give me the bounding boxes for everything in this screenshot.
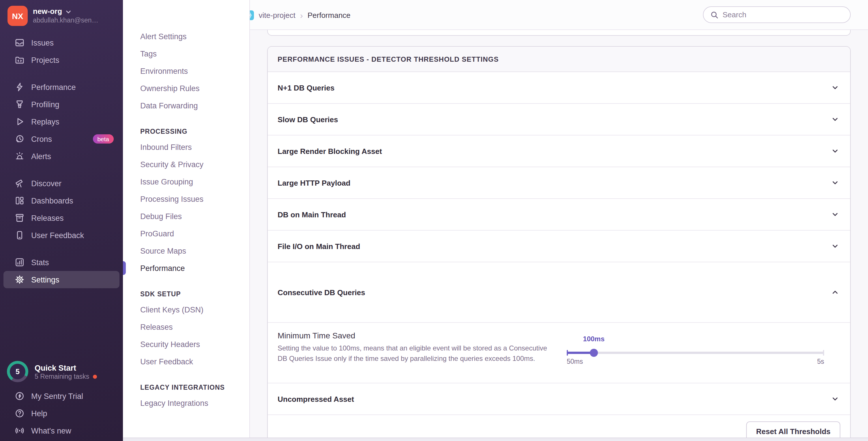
search-icon — [710, 11, 718, 19]
gear-icon — [14, 274, 25, 285]
nav-item-security-headers[interactable]: Security Headers — [123, 336, 249, 353]
quick-start-title: Quick Start — [35, 363, 97, 373]
sidebar-item-alerts[interactable]: Alerts — [3, 147, 120, 165]
detector-row-uncompressed-asset[interactable]: Uncompressed Asset — [268, 383, 850, 415]
chevron-down-icon[interactable] — [831, 83, 839, 92]
quick-start-progress-ring: 5 — [7, 361, 28, 382]
org-avatar: NX — [7, 6, 28, 26]
chevron-down-icon[interactable] — [831, 147, 839, 155]
detector-row-file-io-on-main-thread[interactable]: File I/O on Main Thread — [268, 231, 850, 262]
chevron-down-icon[interactable] — [831, 210, 839, 218]
telescope-icon — [14, 178, 25, 189]
nav-section-processing: PROCESSING — [123, 122, 249, 138]
detector-row-n1-db-queries[interactable]: N+1 DB Queries — [268, 72, 850, 104]
search-box[interactable] — [703, 6, 851, 23]
quick-start-subtitle: 5 Remaining tasks — [35, 373, 89, 380]
consecutive-db-queries-settings: Minimum Time Saved Setting the value to … — [268, 323, 850, 383]
previous-panel-edge — [267, 30, 851, 36]
nav-item-issue-grouping[interactable]: Issue Grouping — [123, 173, 249, 190]
quick-start-count: 5 — [10, 364, 25, 379]
chevron-down-icon[interactable] — [831, 179, 839, 187]
sidebar-item-discover[interactable]: Discover — [3, 175, 120, 192]
inbox-icon — [14, 37, 25, 48]
nav-item-ownership-rules[interactable]: Ownership Rules — [123, 79, 249, 97]
chevron-down-icon[interactable] — [831, 242, 839, 250]
threshold-setting-title: Minimum Time Saved — [278, 330, 554, 341]
slider-thumb[interactable] — [590, 349, 598, 357]
breadcrumb-project[interactable]: vite-project — [259, 11, 296, 19]
nav-item-security-privacy[interactable]: Security & Privacy — [123, 156, 249, 173]
sidebar-item-dashboards[interactable]: Dashboards — [3, 192, 120, 209]
clock-icon — [14, 134, 25, 144]
sidebar-item-user-feedback[interactable]: User Feedback — [3, 227, 120, 244]
quick-start[interactable]: 5 Quick Start 5 Remaining tasks — [0, 361, 123, 382]
chevron-down-icon[interactable] — [831, 115, 839, 123]
sidebar-item-my-sentry-trial[interactable]: My Sentry Trial — [3, 387, 120, 405]
nav-item-inbound-filters[interactable]: Inbound Filters — [123, 138, 249, 156]
chevron-up-icon[interactable] — [831, 288, 839, 296]
bolt-circle-icon — [14, 391, 25, 401]
play-icon — [14, 116, 25, 127]
breadcrumb-current[interactable]: Performance — [308, 11, 351, 19]
nav-item-debug-files[interactable]: Debug Files — [123, 207, 249, 225]
nav-item-user-feedback[interactable]: User Feedback — [123, 353, 249, 370]
slider-min-label: 50ms — [567, 358, 583, 365]
sidebar-item-releases[interactable]: Releases — [3, 209, 120, 227]
sentry-settings-app: NX new-org abdullah.khan@sen… Issues Pro… — [0, 0, 868, 441]
stats-icon — [14, 257, 25, 268]
alert-dot — [93, 374, 97, 378]
archive-icon — [14, 213, 25, 223]
chevron-down-icon[interactable] — [831, 395, 839, 403]
panel-footer: Reset All Thresholds — [268, 415, 850, 441]
settings-secondary-nav: Alert Settings Tags Environments Ownersh… — [123, 0, 250, 441]
min-time-saved-slider[interactable]: 100ms 50ms 5s — [567, 323, 824, 383]
detector-row-large-render-blocking-asset[interactable]: Large Render Blocking Asset — [268, 135, 850, 167]
sidebar-item-help[interactable]: Help — [3, 405, 120, 422]
sidebar-item-replays[interactable]: Replays — [3, 113, 120, 130]
nav-item-alert-settings[interactable]: Alert Settings — [123, 28, 249, 45]
dashboard-icon — [14, 196, 25, 206]
slider-track[interactable] — [567, 352, 824, 354]
slider-value-label: 100ms — [583, 335, 604, 343]
sidebar-item-performance[interactable]: Performance — [3, 78, 120, 96]
nav-item-processing-issues[interactable]: Processing Issues — [123, 190, 249, 207]
org-email: abdullah.khan@sen… — [33, 16, 98, 25]
sidebar-item-projects[interactable]: Projects — [3, 51, 120, 69]
breadcrumb-separator: › — [300, 11, 303, 19]
question-circle-icon — [14, 408, 25, 418]
slider-max-label: 5s — [817, 358, 824, 365]
detector-row-large-http-payload[interactable]: Large HTTP Payload — [268, 167, 850, 199]
detector-row-consecutive-db-queries[interactable]: Consecutive DB Queries — [268, 262, 850, 323]
nav-item-performance[interactable]: Performance — [123, 260, 249, 277]
profiling-icon — [14, 99, 25, 109]
nav-item-environments[interactable]: Environments — [123, 62, 249, 79]
beta-badge: beta — [93, 134, 114, 143]
folder-icon — [14, 55, 25, 65]
primary-sidebar: NX new-org abdullah.khan@sen… Issues Pro… — [0, 0, 123, 441]
nav-item-data-forwarding[interactable]: Data Forwarding — [123, 97, 249, 114]
threshold-setting-description: Setting the value to 100ms, means that a… — [278, 344, 554, 364]
org-name: new-org — [33, 7, 62, 16]
nav-section-legacy-integrations: LEGACY INTEGRATIONS — [123, 378, 249, 394]
sidebar-item-stats[interactable]: Stats — [3, 253, 120, 271]
panel-title: PERFORMANCE ISSUES - DETECTOR THRESHOLD … — [268, 47, 850, 72]
detector-row-slow-db-queries[interactable]: Slow DB Queries — [268, 104, 850, 135]
lightning-icon — [14, 82, 25, 92]
org-switcher[interactable]: NX new-org abdullah.khan@sen… — [0, 0, 123, 31]
nav-item-source-maps[interactable]: Source Maps — [123, 242, 249, 260]
sidebar-item-profiling[interactable]: Profiling — [3, 96, 120, 113]
sidebar-item-settings[interactable]: Settings — [3, 271, 120, 288]
nav-item-proguard[interactable]: ProGuard — [123, 225, 249, 242]
sidebar-item-issues[interactable]: Issues — [3, 34, 120, 51]
search-input[interactable] — [722, 10, 843, 19]
nav-item-tags[interactable]: Tags — [123, 45, 249, 62]
sidebar-item-crons[interactable]: Crons beta — [3, 130, 120, 147]
chevron-down-icon — [65, 8, 71, 15]
feedback-icon — [14, 230, 25, 240]
siren-icon — [14, 151, 25, 161]
detector-row-db-on-main-thread[interactable]: DB on Main Thread — [268, 199, 850, 231]
nav-item-releases[interactable]: Releases — [123, 318, 249, 336]
nav-item-client-keys[interactable]: Client Keys (DSN) — [123, 301, 249, 318]
sidebar-item-whats-new[interactable]: What's new — [3, 422, 120, 439]
nav-item-legacy-integrations[interactable]: Legacy Integrations — [123, 394, 249, 412]
